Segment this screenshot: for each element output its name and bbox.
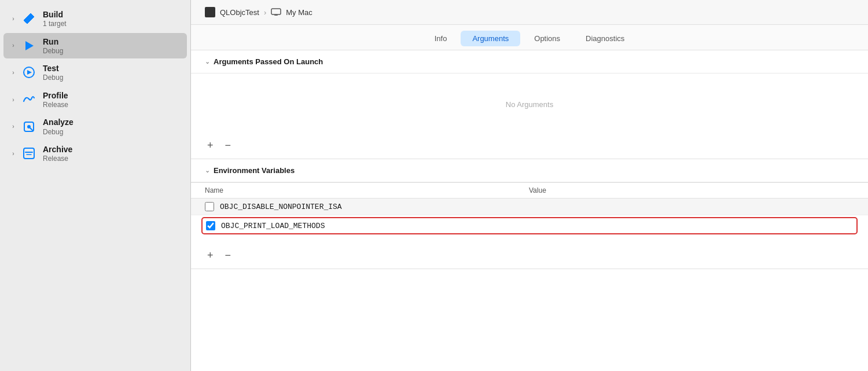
sidebar: › Build 1 target › Run Debug › bbox=[0, 0, 191, 371]
env-spacer bbox=[191, 236, 868, 245]
svg-line-6 bbox=[31, 128, 33, 130]
arguments-add-button[interactable]: + bbox=[205, 139, 216, 152]
sidebar-item-archive[interactable]: › Archive Release bbox=[3, 141, 187, 167]
env-row-1-name: OBJC_DISABLE_NONPOINTER_ISA bbox=[220, 203, 342, 211]
breadcrumb-separator: › bbox=[264, 8, 266, 17]
env-table-header: Name Value bbox=[191, 182, 868, 199]
test-label: Test bbox=[43, 63, 63, 74]
analyze-sublabel: Debug bbox=[43, 128, 73, 136]
env-add-button[interactable]: + bbox=[205, 249, 216, 262]
analyze-icon bbox=[21, 119, 37, 135]
svg-rect-7 bbox=[24, 148, 34, 159]
analyze-text: Analyze Debug bbox=[43, 117, 73, 136]
test-sublabel: Debug bbox=[43, 74, 63, 82]
project-icon bbox=[205, 7, 215, 17]
target-icon bbox=[271, 8, 281, 16]
svg-marker-3 bbox=[27, 70, 32, 75]
run-text: Run Debug bbox=[43, 36, 63, 56]
run-sublabel: Debug bbox=[43, 47, 63, 55]
breadcrumb: QLObjcTest › My Mac bbox=[191, 0, 868, 25]
arguments-remove-button[interactable]: − bbox=[223, 139, 234, 152]
chevron-right-icon-analyze: › bbox=[9, 123, 17, 131]
env-vars-section: ⌄ Environment Variables Name Value OBJC_… bbox=[191, 159, 868, 269]
arguments-section-title: Arguments Passed On Launch bbox=[214, 57, 323, 66]
env-row-2-checkbox[interactable] bbox=[206, 221, 215, 230]
analyze-label: Analyze bbox=[43, 117, 73, 127]
run-icon bbox=[21, 38, 37, 54]
profile-label: Profile bbox=[43, 90, 68, 101]
archive-icon bbox=[21, 145, 37, 161]
chevron-right-icon-test: › bbox=[9, 68, 17, 76]
svg-rect-8 bbox=[25, 152, 33, 153]
env-row-2-outlined: OBJC_PRINT_LOAD_METHODS bbox=[201, 217, 858, 234]
chevron-right-icon-run: › bbox=[9, 42, 17, 50]
arguments-section: ⌄ Arguments Passed On Launch No Argument… bbox=[191, 50, 868, 159]
profile-icon bbox=[21, 91, 37, 108]
archive-sublabel: Release bbox=[43, 155, 72, 163]
test-icon bbox=[21, 64, 37, 80]
archive-label: Archive bbox=[43, 144, 72, 155]
run-label: Run bbox=[43, 36, 63, 47]
project-name: QLObjcTest bbox=[220, 8, 259, 17]
tab-info[interactable]: Info bbox=[423, 31, 459, 46]
sidebar-item-analyze[interactable]: › Analyze Debug bbox=[3, 113, 187, 139]
chevron-right-icon-profile: › bbox=[9, 95, 17, 104]
tab-content: ⌄ Arguments Passed On Launch No Argument… bbox=[191, 50, 868, 371]
env-remove-button[interactable]: − bbox=[223, 249, 234, 262]
arguments-chevron-icon: ⌄ bbox=[205, 58, 210, 65]
tab-arguments[interactable]: Arguments bbox=[461, 31, 520, 46]
arguments-section-footer: + − bbox=[191, 135, 868, 159]
col-name-header: Name bbox=[205, 186, 529, 194]
build-label: Build bbox=[43, 9, 67, 20]
env-vars-chevron-icon: ⌄ bbox=[205, 167, 210, 174]
env-vars-section-title: Environment Variables bbox=[214, 166, 295, 175]
env-row-1-checkbox[interactable] bbox=[205, 202, 214, 211]
arguments-section-content: No Arguments bbox=[191, 74, 868, 135]
col-value-header: Value bbox=[529, 186, 854, 194]
build-text: Build 1 target bbox=[43, 9, 67, 28]
env-row-1: OBJC_DISABLE_NONPOINTER_ISA bbox=[191, 199, 868, 215]
test-text: Test Debug bbox=[43, 63, 63, 82]
chevron-right-icon: › bbox=[9, 14, 17, 23]
arguments-section-header: ⌄ Arguments Passed On Launch bbox=[191, 50, 868, 74]
env-vars-section-header: ⌄ Environment Variables bbox=[191, 159, 868, 182]
sidebar-item-run[interactable]: › Run Debug bbox=[3, 33, 187, 59]
profile-sublabel: Release bbox=[43, 101, 68, 109]
sidebar-item-test[interactable]: › Test Debug bbox=[3, 60, 187, 86]
main-panel: QLObjcTest › My Mac Info Arguments Optio… bbox=[191, 0, 868, 371]
tabs-bar: Info Arguments Options Diagnostics bbox=[191, 25, 868, 50]
chevron-right-icon-archive: › bbox=[9, 149, 17, 157]
build-icon bbox=[21, 10, 37, 27]
target-name: My Mac bbox=[286, 8, 312, 17]
env-row-2-name: OBJC_PRINT_LOAD_METHODS bbox=[221, 222, 325, 230]
sidebar-item-profile[interactable]: › Profile Release bbox=[3, 87, 187, 113]
svg-marker-1 bbox=[25, 41, 34, 50]
build-sublabel: 1 target bbox=[43, 20, 67, 28]
tab-diagnostics[interactable]: Diagnostics bbox=[574, 31, 636, 46]
no-arguments-label: No Arguments bbox=[205, 83, 854, 126]
profile-text: Profile Release bbox=[43, 90, 68, 109]
archive-text: Archive Release bbox=[43, 144, 72, 163]
svg-rect-10 bbox=[271, 9, 281, 14]
tab-options[interactable]: Options bbox=[523, 31, 572, 46]
sidebar-item-build[interactable]: › Build 1 target bbox=[3, 6, 187, 32]
env-section-footer: + − bbox=[191, 245, 868, 269]
